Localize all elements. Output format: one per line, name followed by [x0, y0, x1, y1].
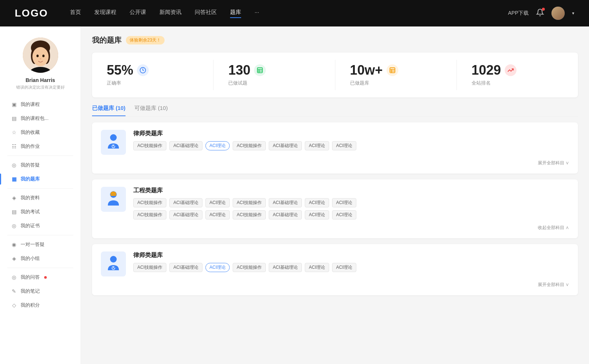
logo[interactable]: LOGO	[15, 7, 48, 19]
tag[interactable]: ACI基础理论	[269, 198, 302, 207]
stat-value: 10w+	[350, 64, 383, 77]
course-icon: ▣	[11, 101, 17, 107]
nav-item-公开课[interactable]: 公开课	[130, 9, 146, 18]
tag[interactable]: ACI基础理论	[269, 263, 302, 272]
tag[interactable]: ACI理论	[205, 141, 230, 150]
tag[interactable]: ACI技能操作	[233, 198, 266, 207]
expand-link-1[interactable]: 展开全部科目 ∨	[101, 160, 569, 166]
sidebar-item-qa[interactable]: ◎我的答疑	[0, 158, 81, 172]
nav-item-发现课程[interactable]: 发现课程	[94, 9, 116, 18]
qbank-tags-row: ACI技能操作ACI基础理论ACI理论ACI技能操作ACI基础理论ACI理论AC…	[133, 198, 569, 207]
profile-icon: ◈	[11, 195, 17, 201]
sidebar-label-points: 我的积分	[21, 302, 40, 308]
tag[interactable]: ACI技能操作	[233, 210, 266, 220]
sidebar-item-points[interactable]: ◇我的积分	[0, 298, 81, 312]
qbank-card-3: 律师类题库ACI技能操作ACI基础理论ACI理论ACI技能操作ACI基础理论AC…	[92, 244, 578, 295]
tag[interactable]: ACI基础理论	[169, 198, 202, 207]
sidebar-item-qbank[interactable]: ▦我的题库	[0, 172, 81, 186]
tag[interactable]: ACI理论	[305, 198, 329, 207]
sidebar-motto: 错误的决定比没有决定要好	[10, 85, 71, 90]
tag[interactable]: ACI理论	[205, 210, 230, 220]
notification-dot-myqa	[44, 276, 47, 279]
qbank-icon-1	[101, 130, 126, 155]
tag[interactable]: ACI理论	[332, 141, 356, 150]
tag[interactable]: ACI理论	[332, 263, 356, 272]
nav-item-问答社区[interactable]: 问答社区	[195, 9, 217, 18]
qbank-card-1: 律师类题库ACI技能操作ACI基础理论ACI理论ACI技能操作ACI基础理论AC…	[92, 122, 578, 174]
stat-全站排名: 1029全站排名	[457, 60, 578, 90]
tab-已做题库 (10)[interactable]: 已做题库 (10)	[92, 105, 126, 116]
stat-value: 130	[228, 64, 250, 77]
stat-已做题库: 10w+已做题库	[335, 60, 457, 90]
sidebar-label-group: 我的小组	[21, 255, 40, 262]
stat-正确率: 55%正确率	[92, 60, 214, 90]
sidebar-item-course[interactable]: ▣我的课程	[0, 97, 81, 111]
sidebar-item-cert[interactable]: ◎我的证书	[0, 219, 81, 233]
menu-divider	[7, 235, 73, 235]
main-content: 我的题库 体验剩余23天！ 55%正确率130已做试题10w+已做题库1029全…	[81, 26, 589, 364]
sidebar-item-course-pkg[interactable]: ▤我的课程包...	[0, 111, 81, 125]
course-pkg-icon: ▤	[11, 115, 17, 121]
sidebar-item-group[interactable]: ◈我的小组	[0, 251, 81, 265]
sidebar-username: Brian Harris	[25, 77, 55, 83]
tag[interactable]: ACI基础理论	[169, 210, 202, 220]
tag[interactable]: ACI基础理论	[169, 141, 202, 150]
tag[interactable]: ACI理论	[305, 263, 329, 272]
points-icon: ◇	[11, 302, 17, 308]
tag[interactable]: ACI技能操作	[233, 263, 266, 272]
tag[interactable]: ACI理论	[332, 210, 356, 220]
avatar[interactable]	[551, 7, 565, 20]
nav-item-新闻资讯[interactable]: 新闻资讯	[159, 9, 181, 18]
sidebar-item-favorites[interactable]: ☆我的收藏	[0, 125, 81, 139]
nav-item-首页[interactable]: 首页	[70, 9, 81, 18]
tag[interactable]: ACI理论	[332, 198, 356, 207]
cert-icon: ◎	[11, 223, 17, 229]
sidebar-label-course: 我的课程	[21, 101, 40, 108]
tab-可做题库 (10)[interactable]: 可做题库 (10)	[134, 105, 168, 116]
tag[interactable]: ACI理论	[205, 198, 230, 207]
app-download-button[interactable]: APP下载	[508, 10, 529, 17]
collapse-link-2[interactable]: 收起全部科目 ∧	[101, 225, 569, 231]
stat-value: 55%	[107, 64, 133, 77]
tag[interactable]: ACI理论	[305, 141, 329, 150]
navbar: LOGO 首页发现课程公开课新闻资讯问答社区题库··· APP下载 ▾	[0, 0, 589, 26]
page-title: 我的题库	[92, 35, 121, 45]
expand-link-3[interactable]: 展开全部科目 ∨	[101, 282, 569, 288]
notes-icon: ✎	[11, 288, 17, 294]
svg-point-6	[42, 55, 45, 57]
sidebar-item-tutor[interactable]: ◉一对一答疑	[0, 238, 81, 251]
sidebar-item-myqa[interactable]: ◎我的问答	[0, 270, 81, 284]
sidebar-label-cert: 我的证书	[21, 222, 40, 229]
sidebar-item-profile[interactable]: ◈我的资料	[0, 191, 81, 205]
qbank-name: 工程类题库	[133, 187, 569, 195]
tag[interactable]: ACI基础理论	[269, 210, 302, 220]
main-layout: Brian Harris 错误的决定比没有决定要好 ▣我的课程▤我的课程包...…	[0, 26, 589, 364]
trial-badge: 体验剩余23天！	[126, 36, 165, 44]
qbank-tags-row: ACI技能操作ACI基础理论ACI理论ACI技能操作ACI基础理论ACI理论AC…	[133, 141, 569, 150]
tag[interactable]: ACI技能操作	[133, 141, 166, 150]
tag[interactable]: ACI技能操作	[233, 141, 266, 150]
sidebar-item-homework[interactable]: ☷我的作业	[0, 139, 81, 153]
nav-menu: 首页发现课程公开课新闻资讯问答社区题库···	[70, 9, 508, 18]
stat-value: 1029	[472, 64, 501, 77]
sidebar-label-notes: 我的笔记	[21, 288, 40, 295]
sidebar-label-course-pkg: 我的课程包...	[21, 115, 49, 122]
tag[interactable]: ACI理论	[205, 263, 230, 272]
sidebar-item-notes[interactable]: ✎我的笔记	[0, 284, 81, 298]
sidebar-label-favorites: 我的收藏	[21, 129, 40, 136]
sidebar-label-profile: 我的资料	[21, 195, 40, 201]
nav-item-题库[interactable]: 题库	[230, 9, 241, 18]
sidebar-label-qbank: 我的题库	[21, 176, 40, 182]
notification-bell[interactable]	[536, 8, 544, 18]
tag[interactable]: ACI技能操作	[133, 210, 166, 220]
nav-item-···[interactable]: ···	[254, 9, 259, 18]
sidebar-label-myqa: 我的问答	[21, 274, 40, 281]
tag[interactable]: ACI基础理论	[169, 263, 202, 272]
stat-已做试题: 130已做试题	[214, 60, 335, 90]
account-chevron[interactable]: ▾	[572, 11, 574, 16]
tag[interactable]: ACI基础理论	[269, 141, 302, 150]
sidebar-item-exam[interactable]: ▤我的考试	[0, 205, 81, 219]
tag[interactable]: ACI理论	[305, 210, 329, 220]
tag[interactable]: ACI技能操作	[133, 198, 166, 207]
tag[interactable]: ACI技能操作	[133, 263, 166, 272]
